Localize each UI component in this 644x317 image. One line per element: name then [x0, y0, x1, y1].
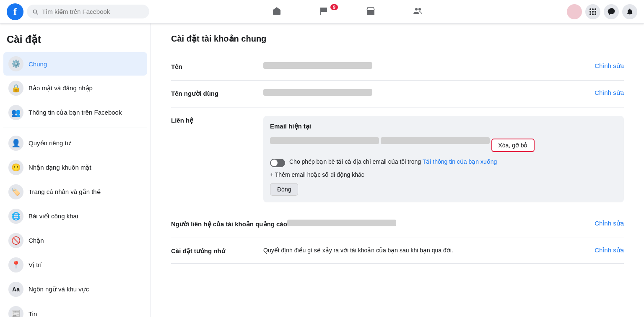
nguoilienhe-value — [287, 220, 588, 229]
grid-button[interactable] — [585, 4, 600, 19]
chan-icon: 🚫 — [8, 233, 23, 248]
main-content: Cài đặt tài khoản chung Tên Chỉnh sửa Tê… — [151, 24, 644, 317]
search-icon — [32, 8, 39, 15]
vitri-icon: 📍 — [8, 257, 23, 272]
bell-icon — [626, 8, 634, 16]
tennguoidung-blurred — [263, 89, 372, 96]
lienhe-label: Liên hệ — [171, 116, 263, 124]
close-button[interactable]: Đóng — [270, 183, 298, 196]
nguoilienhe-edit-button[interactable]: Chỉnh sửa — [588, 220, 624, 227]
ngonngu-icon: Aa — [8, 282, 23, 297]
delete-email-button[interactable]: Xóa, gỡ bỏ — [491, 139, 534, 152]
ten-blurred — [263, 62, 372, 69]
sidebar-label-quyenriengtu: Quyền riêng tư — [29, 139, 71, 147]
svg-point-5 — [592, 8, 594, 10]
baomatdangnhap-icon: 🔒 — [8, 81, 23, 96]
email-current-label: Email hiện tại — [270, 123, 617, 130]
messenger-button[interactable] — [604, 4, 619, 19]
ten-value — [263, 62, 588, 72]
svg-point-8 — [592, 11, 594, 13]
contact-section: Email hiện tại Xóa, gỡ bỏ Cho phép bạn b… — [263, 116, 624, 202]
lienhe-value: Email hiện tại Xóa, gỡ bỏ Cho phép bạn b… — [263, 116, 624, 202]
caidattuongnho-edit-button[interactable]: Chỉnh sửa — [588, 246, 624, 254]
settings-row-lienhe: Liên hệ Email hiện tại Xóa, gỡ bỏ Cho ph… — [171, 107, 624, 211]
toggle-link[interactable]: Tải thông tin của bạn xuống — [423, 158, 497, 165]
baivietcongkhai-icon: 🌐 — [8, 209, 23, 224]
ten-edit-button[interactable]: Chỉnh sửa — [588, 62, 624, 70]
facebook-logo[interactable]: f — [7, 3, 23, 20]
memorial-description: Quyết định điều gì sẽ xảy ra với tài kho… — [263, 247, 453, 254]
sidebar-item-chan[interactable]: 🚫 Chặn — [3, 229, 147, 252]
sidebar-item-chung[interactable]: ⚙️ Chung — [3, 52, 147, 76]
svg-rect-0 — [320, 12, 321, 15]
thongtincuaban-icon: 👥 — [8, 105, 23, 120]
tennguoidung-edit-button[interactable]: Chỉnh sửa — [588, 89, 624, 97]
home-icon — [272, 6, 282, 16]
notifications-button[interactable] — [622, 4, 637, 19]
nav-group-button[interactable] — [394, 2, 441, 22]
chung-icon: ⚙️ — [8, 56, 23, 71]
sidebar-label-nhandangkhuonmat: Nhận dạng khuôn mặt — [29, 164, 91, 171]
sidebar-item-quyenriengtu[interactable]: 👤 Quyền riêng tư — [3, 131, 147, 155]
sidebar-item-baivietcongkhai[interactable]: 🌐 Bài viết công khai — [3, 204, 147, 228]
flag-icon — [319, 6, 329, 16]
svg-point-6 — [595, 8, 596, 10]
sidebar-label-ngonngu: Ngôn ngữ và khu vực — [29, 286, 89, 293]
toggle-knob — [271, 160, 278, 166]
sidebar-item-baomatdangnhap[interactable]: 🔒 Bảo mật và đăng nhập — [3, 76, 147, 100]
sidebar-label-baivietcongkhai: Bài viết công khai — [29, 212, 78, 220]
nav-flag-button[interactable]: 9 — [300, 2, 347, 22]
settings-row-nguoilienhe: Người liên hệ của tài khoản quảng cáo Ch… — [171, 211, 624, 238]
sidebar-label-trangcanhan: Trang cá nhân và gắn thẻ — [29, 188, 101, 196]
flag-badge: 9 — [330, 4, 338, 10]
email-blurred-1 — [270, 137, 379, 144]
caidattuongnho-label: Cài đặt tưởng nhớ — [171, 246, 263, 255]
add-email-link[interactable]: + Thêm email hoặc số di động khác — [270, 171, 617, 178]
svg-rect-1 — [367, 10, 374, 15]
sidebar-item-vitri[interactable]: 📍 Vị trí — [3, 253, 147, 277]
sidebar-item-trangcanhan[interactable]: 🏷️ Trang cá nhân và gắn thẻ — [3, 180, 147, 204]
main-layout: Cài đặt ⚙️ Chung 🔒 Bảo mật và đăng nhập … — [0, 24, 644, 317]
sidebar-label-tin: Tin — [29, 310, 37, 317]
sidebar-item-nhandangkhuonmat[interactable]: 😶 Nhận dạng khuôn mặt — [3, 156, 147, 179]
sidebar-label-baomatdangnhap: Bảo mật và đăng nhập — [29, 84, 93, 92]
svg-point-9 — [595, 11, 596, 13]
sidebar-item-ngonngu[interactable]: Aa Ngôn ngữ và khu vực — [3, 278, 147, 301]
topnav-right — [545, 4, 637, 19]
settings-row-tennguoidung: Tên người dùng Chỉnh sửa — [171, 81, 624, 107]
svg-point-4 — [589, 8, 591, 10]
settings-row-caidattuongnho: Cài đặt tưởng nhớ Quyết định điều gì sẽ … — [171, 238, 624, 264]
shop-icon — [366, 6, 376, 16]
logo-letter: f — [13, 6, 17, 17]
tennguoidung-label: Tên người dùng — [171, 89, 263, 97]
toggle-row: Cho phép bạn bè tải cả địa chỉ email của… — [270, 158, 617, 167]
quyenriengtu-icon: 👤 — [8, 136, 23, 151]
email-blurred-2 — [381, 137, 490, 144]
svg-point-11 — [592, 13, 594, 15]
settings-row-ten: Tên Chỉnh sửa — [171, 54, 624, 81]
nguoilienhe-label-text: Người liên hệ của tài khoản quảng cáo — [171, 220, 287, 228]
search-box[interactable] — [27, 5, 149, 18]
svg-point-12 — [595, 13, 596, 15]
nav-home-button[interactable] — [253, 2, 300, 22]
sidebar-label-chung: Chung — [29, 60, 47, 68]
page-title: Cài đặt tài khoản chung — [171, 34, 624, 44]
messenger-icon — [607, 8, 615, 16]
sidebar-item-tin[interactable]: 📰 Tin — [3, 302, 147, 317]
sidebar-label-thongtincuaban: Thông tin của bạn trên Facebook — [29, 109, 122, 116]
email-toggle[interactable] — [270, 159, 285, 167]
grid-icon — [589, 8, 597, 16]
top-navigation: f 9 — [0, 0, 644, 24]
sidebar-title: Cài đặt — [3, 30, 147, 52]
nav-shop-button[interactable] — [347, 2, 394, 22]
svg-point-7 — [589, 11, 591, 13]
svg-point-10 — [589, 13, 591, 15]
nguoilienhe-label: Người liên hệ của tài khoản quảng cáo — [171, 220, 287, 228]
user-avatar[interactable] — [567, 4, 582, 19]
topnav-center: 9 — [153, 2, 542, 22]
sidebar-item-thongtincuaban[interactable]: 👥 Thông tin của bạn trên Facebook — [3, 101, 147, 124]
toggle-text-pre: Cho phép bạn bè tải cả địa chỉ email của… — [289, 158, 423, 165]
sidebar: Cài đặt ⚙️ Chung 🔒 Bảo mật và đăng nhập … — [0, 24, 151, 317]
group-icon — [413, 6, 423, 16]
search-input[interactable] — [42, 8, 117, 15]
